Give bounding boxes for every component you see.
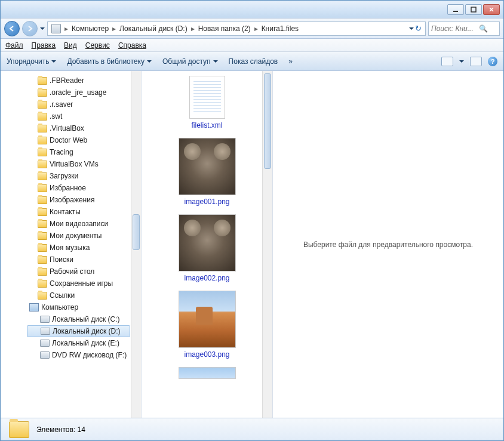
share-button[interactable]: Общий доступ: [162, 57, 218, 66]
image-thumbnail: [179, 291, 236, 348]
forward-button[interactable]: [22, 21, 38, 36]
tree-item[interactable]: .oracle_jre_usage: [1, 87, 141, 98]
history-dropdown-icon[interactable]: [40, 27, 45, 30]
menu-view[interactable]: Вид: [64, 41, 77, 50]
computer-icon: [29, 303, 39, 312]
search-icon[interactable]: 🔍: [479, 24, 488, 33]
image-thumbnail: [179, 138, 236, 195]
breadcrumb-bar[interactable]: ▸ Компьютер ▸ Локальный диск (D:) ▸ Нова…: [47, 21, 426, 36]
menu-bar: Файл Правка Вид Сервис Справка: [1, 39, 503, 52]
tree-item[interactable]: VirtualBox VMs: [1, 158, 141, 170]
tree-label: Избранное: [50, 184, 86, 192]
folder-icon: [38, 101, 47, 109]
tree-label: Моя музыка: [50, 243, 90, 252]
tree-item[interactable]: .r.saver: [1, 98, 141, 110]
tree-label: Локальный диск (E:): [52, 339, 119, 347]
status-count: Элементов: 14: [36, 425, 85, 434]
tree-item[interactable]: Поиски: [1, 254, 141, 266]
search-box[interactable]: 🔍: [428, 21, 500, 36]
file-name: image002.png: [184, 274, 229, 282]
tree-item[interactable]: Избранное: [1, 182, 141, 194]
toolbar-more[interactable]: »: [288, 57, 293, 66]
back-button[interactable]: [4, 21, 20, 36]
breadcrumb-item[interactable]: Новая папка (2): [196, 22, 253, 35]
tree-item[interactable]: Изображения: [1, 194, 141, 206]
tree-drive[interactable]: Локальный диск (D:): [27, 325, 130, 337]
tree-label: .r.saver: [50, 100, 73, 109]
breadcrumb-item[interactable]: Книга1.files: [259, 22, 301, 35]
tree-computer[interactable]: Компьютер: [1, 301, 141, 313]
folder-icon: [38, 149, 47, 156]
titlebar: [1, 1, 503, 18]
file-list: filelist.xmlimage001.pngimage002.pngimag…: [142, 71, 273, 418]
search-input[interactable]: [431, 24, 479, 33]
menu-edit[interactable]: Правка: [32, 41, 56, 50]
file-name: image001.png: [184, 198, 229, 206]
folder-icon: [38, 280, 47, 288]
tree-label: .swt: [50, 112, 62, 121]
tree-label: VirtualBox VMs: [50, 160, 99, 168]
tree-item[interactable]: Моя музыка: [1, 242, 141, 254]
tree-label: Сохраненные игры: [50, 279, 113, 288]
help-icon[interactable]: ?: [488, 57, 497, 66]
breadcrumb-item[interactable]: Локальный диск (D:): [117, 22, 190, 35]
tree-item[interactable]: .FBReader: [1, 75, 141, 87]
tree-item[interactable]: Мои документы: [1, 230, 141, 242]
tree-label: Изображения: [50, 196, 94, 204]
tree-scrollbar[interactable]: [131, 71, 141, 418]
minimize-button[interactable]: [447, 4, 464, 15]
folder-icon: [38, 77, 47, 85]
tree-label: Tracing: [50, 148, 73, 156]
file-item[interactable]: image002.png: [159, 214, 255, 282]
menu-tools[interactable]: Сервис: [85, 41, 110, 50]
folder-icon: [38, 89, 47, 97]
path-dropdown-icon[interactable]: [409, 27, 414, 30]
file-thumbnail: [189, 76, 225, 119]
tree-label: Локальный диск (C:): [52, 315, 120, 323]
tree-drive[interactable]: Локальный диск (E:): [1, 337, 141, 349]
folder-icon: [38, 161, 47, 168]
tree-item[interactable]: Мои видеозаписи: [1, 218, 141, 230]
tree-label: Контакты: [50, 208, 81, 216]
tree-item[interactable]: Doctor Web: [1, 134, 141, 146]
menu-file[interactable]: Файл: [5, 41, 23, 50]
tree-item[interactable]: .swt: [1, 110, 141, 122]
refresh-icon[interactable]: ↻: [415, 24, 422, 33]
file-item[interactable]: filelist.xml: [159, 76, 255, 129]
image-thumbnail: [179, 214, 236, 272]
file-item[interactable]: image003.png: [159, 291, 255, 359]
close-button[interactable]: [483, 4, 500, 15]
tree-label: Загрузки: [50, 172, 78, 180]
scrollbar-thumb[interactable]: [264, 73, 271, 169]
file-item[interactable]: [159, 367, 255, 379]
tree-label: Doctor Web: [50, 136, 87, 144]
file-item[interactable]: image001.png: [159, 138, 255, 206]
content-scrollbar[interactable]: [262, 71, 272, 418]
folder-tree: .FBReader.oracle_jre_usage.r.saver.swt.V…: [1, 71, 142, 418]
folder-icon: [38, 256, 47, 264]
add-library-button[interactable]: Добавить в библиотеку: [67, 57, 152, 66]
organize-button[interactable]: Упорядочить: [7, 57, 56, 66]
file-name: image003.png: [184, 350, 229, 359]
view-mode-button[interactable]: [441, 57, 453, 66]
nav-bar: ▸ Компьютер ▸ Локальный диск (D:) ▸ Нова…: [1, 18, 503, 39]
preview-toggle-button[interactable]: [470, 57, 482, 66]
tree-label: .FBReader: [50, 76, 84, 85]
tree-item[interactable]: Загрузки: [1, 170, 141, 182]
tree-drive[interactable]: Локальный диск (C:): [1, 313, 141, 325]
slideshow-button[interactable]: Показ слайдов: [229, 57, 278, 66]
view-dropdown-icon[interactable]: [459, 60, 464, 63]
tree-item[interactable]: Ссылки: [1, 289, 141, 301]
tree-label: DVD RW дисковод (F:): [52, 351, 127, 359]
menu-help[interactable]: Справка: [118, 41, 146, 50]
maximize-button[interactable]: [465, 4, 482, 15]
tree-drive[interactable]: DVD RW дисковод (F:): [1, 349, 141, 361]
tree-item[interactable]: Сохраненные игры: [1, 277, 141, 289]
tree-item[interactable]: Контакты: [1, 206, 141, 218]
tree-item[interactable]: Tracing: [1, 146, 141, 158]
tree-item[interactable]: .VirtualBox: [1, 122, 141, 134]
tree-item[interactable]: Рабочий стол: [1, 266, 141, 277]
scrollbar-thumb[interactable]: [133, 214, 140, 250]
breadcrumb-item[interactable]: Компьютер: [69, 22, 111, 35]
tree-label: Мои документы: [50, 232, 102, 240]
